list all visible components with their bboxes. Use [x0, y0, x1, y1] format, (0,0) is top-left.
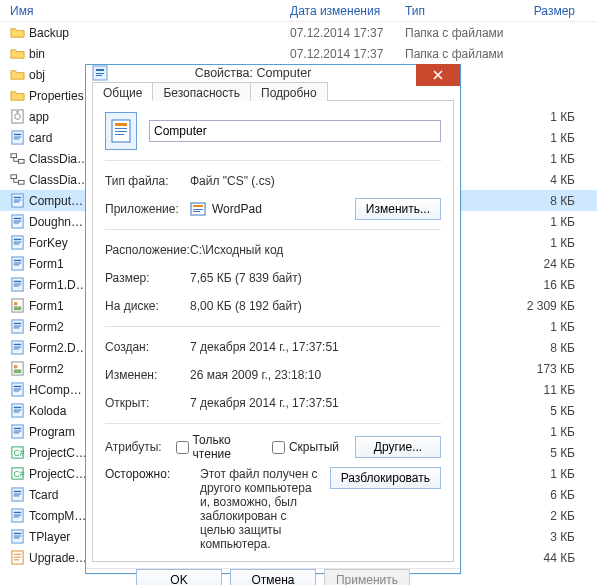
file-icon — [10, 424, 25, 439]
file-icon — [10, 172, 25, 187]
svg-rect-52 — [14, 411, 20, 412]
cell-size: 2 КБ — [505, 509, 585, 523]
cell-size: 4 КБ — [505, 173, 585, 187]
svg-rect-72 — [14, 537, 20, 538]
cell-size: 1 КБ — [505, 215, 585, 229]
cell-size: 1 КБ — [505, 131, 585, 145]
file-type-icon — [105, 112, 137, 150]
cell-size: 3 КБ — [505, 530, 585, 544]
cell-size: 44 КБ — [505, 551, 585, 565]
file-icon — [10, 46, 25, 61]
modified-value: 26 мая 2009 г., 23:18:10 — [190, 368, 441, 382]
file-icon — [10, 88, 25, 103]
filename-input[interactable] — [149, 120, 441, 142]
svg-rect-14 — [14, 201, 20, 202]
cell-size: 173 КБ — [505, 362, 585, 376]
titlebar[interactable]: Свойства: Computer — [86, 65, 460, 81]
file-list-header: Имя Дата изменения Тип Размер — [0, 0, 597, 22]
file-icon — [10, 256, 25, 271]
table-row[interactable]: bin07.12.2014 17:37Папка с файлами — [0, 43, 597, 64]
tab-security[interactable]: Безопасность — [152, 82, 251, 101]
svg-rect-56 — [14, 432, 20, 433]
tab-details[interactable]: Подробно — [250, 82, 328, 101]
svg-rect-74 — [14, 554, 22, 555]
attributes-label: Атрибуты: — [105, 440, 176, 454]
svg-rect-75 — [14, 557, 22, 558]
svg-rect-67 — [14, 515, 22, 516]
accessed-value: 7 декабря 2014 г., 17:37:51 — [190, 396, 441, 410]
file-icon — [10, 235, 25, 250]
svg-rect-16 — [14, 218, 22, 219]
file-icon — [10, 25, 25, 40]
file-icon — [10, 277, 25, 292]
svg-rect-82 — [115, 123, 127, 126]
svg-rect-51 — [14, 410, 22, 411]
col-size[interactable]: Размер — [505, 4, 585, 18]
modified-label: Изменен: — [105, 368, 190, 382]
svg-rect-48 — [14, 390, 20, 391]
unblock-button[interactable]: Разблокировать — [330, 467, 441, 489]
svg-rect-29 — [14, 284, 22, 285]
col-date[interactable]: Дата изменения — [280, 4, 395, 18]
svg-rect-71 — [14, 536, 22, 537]
file-icon — [10, 550, 25, 565]
ok-button[interactable]: OK — [136, 569, 222, 585]
warn-text: Этот файл получен с другого компьютера и… — [200, 467, 320, 551]
file-icon — [10, 508, 25, 523]
svg-point-32 — [14, 302, 18, 306]
svg-rect-17 — [14, 221, 22, 222]
readonly-checkbox[interactable]: Только чтение — [176, 433, 256, 461]
cell-size: 1 КБ — [505, 152, 585, 166]
file-icon — [10, 340, 25, 355]
tabs: Общие Безопасность Подробно — [86, 81, 460, 100]
cell-size: 1 КБ — [505, 467, 585, 481]
svg-rect-33 — [14, 306, 22, 310]
svg-rect-88 — [193, 209, 203, 210]
cancel-button[interactable]: Отмена — [230, 569, 316, 585]
cell-size: 1 КБ — [505, 425, 585, 439]
dialog-buttons: OK Отмена Применить — [86, 568, 460, 585]
svg-rect-64 — [14, 495, 20, 496]
svg-rect-46 — [14, 386, 22, 387]
table-row[interactable]: Backup07.12.2014 17:37Папка с файлами — [0, 22, 597, 43]
cell-date: 07.12.2014 17:37 — [280, 26, 395, 40]
close-button[interactable] — [416, 64, 460, 86]
other-attributes-button[interactable]: Другие... — [355, 436, 441, 458]
svg-rect-25 — [14, 263, 22, 264]
cell-size: 11 КБ — [505, 383, 585, 397]
svg-rect-70 — [14, 533, 22, 534]
cell-name: Backup — [0, 25, 280, 40]
file-icon — [10, 109, 25, 124]
svg-rect-35 — [14, 323, 22, 324]
cell-name: bin — [0, 46, 280, 61]
svg-rect-24 — [14, 260, 22, 261]
created-label: Создан: — [105, 340, 190, 354]
cell-size: 5 КБ — [505, 404, 585, 418]
wordpad-icon — [190, 201, 206, 217]
dialog-title: Свойства: Computer — [86, 66, 420, 80]
ondisk-label: На диске: — [105, 299, 190, 313]
accessed-label: Открыт: — [105, 396, 190, 410]
file-icon — [10, 403, 25, 418]
svg-rect-26 — [14, 264, 20, 265]
col-name[interactable]: Имя — [0, 4, 280, 18]
size-label: Размер: — [105, 271, 190, 285]
tab-general[interactable]: Общие — [92, 82, 153, 101]
hidden-checkbox[interactable]: Скрытый — [272, 440, 339, 454]
apply-button[interactable]: Применить — [324, 569, 410, 585]
cell-size: 24 КБ — [505, 257, 585, 271]
svg-rect-62 — [14, 491, 22, 492]
svg-rect-28 — [14, 281, 22, 282]
col-type[interactable]: Тип — [395, 4, 505, 18]
readonly-label: Только чтение — [193, 433, 256, 461]
file-icon — [10, 487, 25, 502]
app-label: Приложение: — [105, 202, 190, 216]
cell-date: 07.12.2014 17:37 — [280, 47, 395, 61]
svg-rect-7 — [11, 154, 17, 158]
svg-text:C#: C# — [14, 469, 25, 479]
svg-rect-20 — [14, 239, 22, 240]
file-icon — [10, 319, 25, 334]
change-app-button[interactable]: Изменить... — [355, 198, 441, 220]
location-value: C:\Исходный код — [190, 243, 441, 257]
cell-size: 2 309 КБ — [505, 299, 585, 313]
